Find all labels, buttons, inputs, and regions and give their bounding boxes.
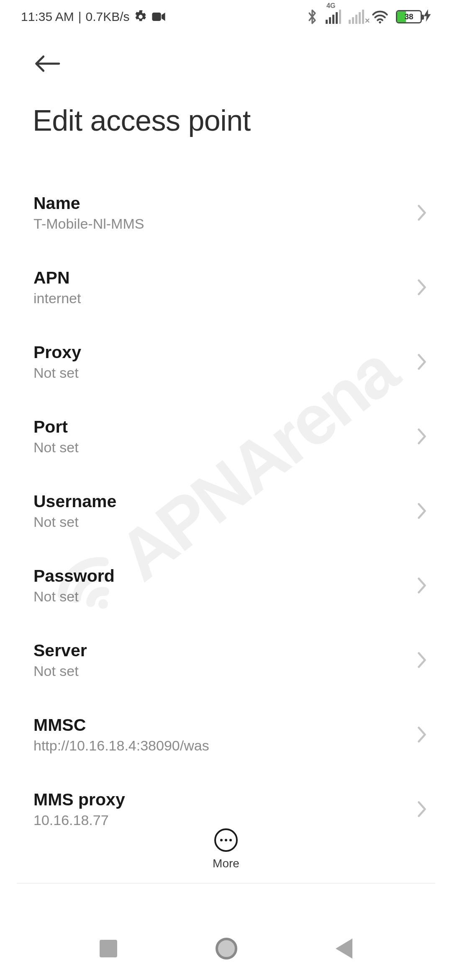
nav-back-button[interactable]: [336, 939, 352, 959]
chevron-right-icon: [416, 725, 428, 744]
row-value: 10.16.18.77: [33, 812, 125, 828]
row-proxy[interactable]: Proxy Not set: [33, 324, 428, 399]
row-value: internet: [33, 290, 81, 307]
row-value: http://10.16.18.4:38090/was: [33, 738, 209, 754]
svg-rect-1: [152, 13, 161, 21]
row-apn[interactable]: APN internet: [33, 250, 428, 324]
divider: [17, 883, 435, 884]
chevron-right-icon: [416, 353, 428, 371]
row-value: Not set: [33, 439, 79, 456]
row-value: Not set: [33, 588, 115, 605]
arrow-left-icon: [34, 54, 60, 73]
row-value: Not set: [33, 365, 81, 381]
row-label: Proxy: [33, 343, 81, 362]
gear-icon: [134, 10, 147, 23]
chevron-right-icon: [416, 800, 428, 818]
row-label: Password: [33, 566, 115, 586]
row-value: T-Mobile-Nl-MMS: [33, 216, 144, 232]
more-icon: [214, 828, 238, 852]
wifi-icon: [372, 10, 388, 24]
svg-point-2: [379, 21, 381, 23]
chevron-right-icon: [416, 576, 428, 595]
row-label: MMS proxy: [33, 790, 125, 810]
chevron-right-icon: [416, 502, 428, 520]
row-mmsc[interactable]: MMSC http://10.16.18.4:38090/was: [33, 697, 428, 771]
status-time: 11:35 AM: [21, 10, 74, 24]
charging-icon: [424, 9, 431, 25]
android-nav-bar: [0, 917, 452, 980]
row-value: Not set: [33, 663, 87, 679]
more-label: More: [213, 857, 239, 870]
status-bar: 11:35 AM | 0.7KB/s 4G ✕ 38: [0, 0, 452, 34]
signal-sim1-icon: 4G: [326, 10, 341, 24]
more-button[interactable]: More: [213, 828, 239, 870]
status-separator: |: [78, 10, 82, 24]
chevron-right-icon: [416, 204, 428, 222]
nav-recent-button[interactable]: [100, 940, 117, 957]
row-label: Name: [33, 193, 144, 213]
row-name[interactable]: Name T-Mobile-Nl-MMS: [33, 175, 428, 250]
row-label: Username: [33, 492, 116, 511]
row-label: Port: [33, 417, 79, 437]
row-password[interactable]: Password Not set: [33, 548, 428, 622]
page-title: Edit access point: [33, 104, 419, 137]
row-value: Not set: [33, 514, 116, 530]
chevron-right-icon: [416, 427, 428, 446]
row-label: APN: [33, 268, 81, 288]
row-username[interactable]: Username Not set: [33, 473, 428, 548]
status-net-speed: 0.7KB/s: [86, 10, 130, 24]
signal-sim2-icon: ✕: [349, 10, 364, 24]
row-port[interactable]: Port Not set: [33, 399, 428, 473]
row-label: MMSC: [33, 715, 209, 735]
chevron-right-icon: [416, 278, 428, 297]
nav-home-button[interactable]: [216, 938, 237, 959]
settings-list: Name T-Mobile-Nl-MMS APN internet Proxy …: [0, 137, 452, 846]
row-server[interactable]: Server Not set: [33, 622, 428, 697]
row-label: Server: [33, 641, 87, 660]
camera-icon: [152, 11, 166, 22]
battery-icon: 38: [396, 9, 431, 25]
bluetooth-icon: [306, 9, 318, 25]
back-button[interactable]: [33, 50, 62, 87]
chevron-right-icon: [416, 651, 428, 669]
